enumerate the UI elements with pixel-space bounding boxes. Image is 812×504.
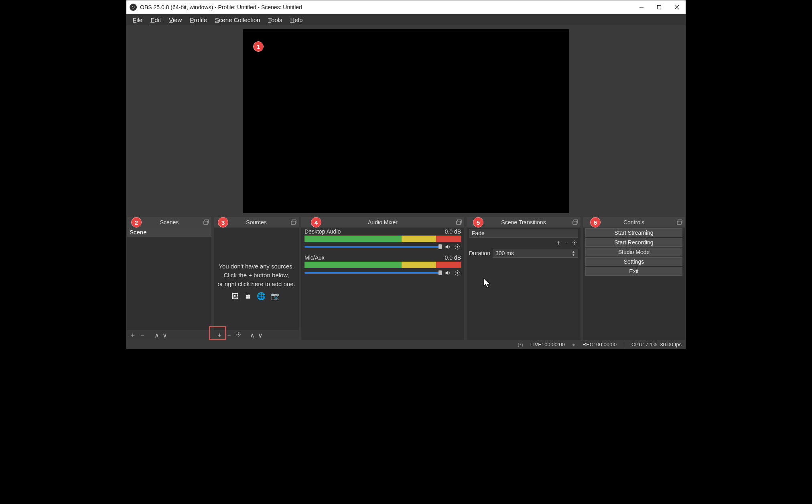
menu-view[interactable]: View: [165, 16, 186, 24]
mixer-meter: [304, 262, 461, 268]
record-dot-icon: ●: [572, 341, 575, 348]
speaker-icon[interactable]: [444, 243, 451, 250]
sources-moveup-button[interactable]: ∧: [250, 331, 255, 339]
spinner-icon[interactable]: ▲▼: [572, 250, 575, 256]
sources-toolbar: ＋ － ∧ ∨: [214, 330, 299, 340]
speaker-icon[interactable]: [444, 269, 451, 276]
status-rec: REC: 00:00:00: [583, 341, 617, 348]
svg-rect-17: [573, 221, 577, 224]
scenes-panel-title: Scenes: [160, 219, 179, 226]
sources-panel-title: Sources: [246, 219, 266, 226]
svg-point-11: [238, 333, 239, 335]
window-titlebar: OBS 25.0.8 (64-bit, windows) - Profile: …: [126, 0, 686, 14]
status-cpu: CPU: 7.1%, 30.00 fps: [631, 341, 682, 348]
scenes-moveup-button[interactable]: ∧: [154, 331, 159, 339]
sources-panel: 3 Sources You don't have any sources. Cl…: [214, 217, 299, 340]
scenes-panel: 2 Scenes Scene ＋ － ∧ ∨: [127, 217, 211, 340]
annotation-badge-5: 5: [473, 217, 483, 228]
sources-properties-button[interactable]: [235, 331, 241, 339]
transition-remove-button[interactable]: －: [563, 239, 570, 246]
broadcast-icon: (•): [518, 341, 523, 348]
menu-tools[interactable]: Tools: [264, 16, 286, 24]
svg-point-15: [457, 272, 458, 274]
svg-rect-13: [457, 221, 461, 224]
camera-icon: 📷: [271, 292, 281, 300]
globe-icon: 🌐: [257, 292, 267, 300]
transitions-panel-title: Scene Transitions: [501, 219, 546, 226]
mixer-channel-name: Mic/Aux: [304, 254, 325, 261]
image-icon: 🖼: [231, 292, 240, 300]
sources-add-button[interactable]: ＋: [216, 331, 223, 339]
sources-hint-icons: 🖼 🖥 🌐 📷: [214, 292, 299, 301]
menu-scene-collection[interactable]: Scene Collection: [211, 16, 264, 24]
cursor-icon: [483, 278, 491, 288]
window-title: OBS 25.0.8 (64-bit, windows) - Profile: …: [140, 4, 302, 10]
sources-remove-button[interactable]: －: [226, 331, 232, 339]
svg-point-2: [132, 6, 133, 7]
start-recording-button[interactable]: Start Recording: [585, 238, 682, 247]
transition-add-button[interactable]: ＋: [555, 239, 562, 246]
annotation-badge-1: 1: [253, 41, 264, 52]
annotation-badge-3: 3: [218, 217, 228, 228]
mixer-channel-db: 0.0 dB: [445, 228, 461, 235]
gear-icon[interactable]: [454, 269, 461, 276]
scenes-popout-button[interactable]: [203, 219, 210, 226]
studio-mode-button[interactable]: Studio Mode: [585, 248, 682, 256]
exit-button[interactable]: Exit: [585, 267, 682, 276]
sources-movedown-button[interactable]: ∨: [258, 331, 263, 339]
scenes-add-button[interactable]: ＋: [130, 331, 136, 339]
window-maximize-button[interactable]: [650, 0, 668, 14]
svg-point-18: [574, 242, 575, 244]
menu-file[interactable]: File: [129, 16, 146, 24]
obs-logo-icon: [130, 4, 137, 11]
audio-mixer-panel: 4 Audio Mixer Desktop Audio 0.0 dB: [301, 217, 464, 340]
mixer-panel-title: Audio Mixer: [368, 219, 398, 226]
transition-properties-button[interactable]: [571, 239, 578, 246]
scene-list-item[interactable]: Scene: [127, 228, 211, 237]
display-icon: 🖥: [244, 292, 253, 300]
sources-popout-button[interactable]: [290, 219, 297, 226]
scenes-remove-button[interactable]: －: [139, 331, 146, 339]
controls-panel: 6 Controls Start Streaming Start Recordi…: [583, 217, 685, 340]
svg-point-0: [131, 5, 136, 10]
controls-popout-button[interactable]: [676, 219, 683, 226]
mixer-channel-mic: Mic/Aux 0.0 dB: [301, 254, 464, 276]
annotation-badge-2: 2: [131, 217, 142, 228]
mixer-channel-db: 0.0 dB: [445, 254, 461, 261]
scenes-movedown-button[interactable]: ∨: [162, 331, 167, 339]
mixer-volume-slider[interactable]: [304, 246, 442, 248]
mixer-channel-desktop: Desktop Audio 0.0 dB: [301, 228, 464, 250]
menu-edit[interactable]: Edit: [146, 16, 165, 24]
status-live: LIVE: 00:00:00: [530, 341, 565, 348]
mixer-meter: [304, 236, 461, 242]
annotation-badge-6: 6: [590, 217, 601, 228]
transitions-popout-button[interactable]: [572, 219, 579, 226]
menu-help[interactable]: Help: [286, 16, 307, 24]
transition-select[interactable]: Fade: [469, 229, 578, 238]
settings-button[interactable]: Settings: [585, 257, 682, 266]
status-bar: (•) LIVE: 00:00:00 ● REC: 00:00:00 CPU: …: [126, 340, 686, 349]
transition-duration-input[interactable]: 300 ms ▲▼: [493, 249, 578, 258]
window-minimize-button[interactable]: [633, 0, 650, 14]
gear-icon[interactable]: [454, 243, 461, 250]
svg-point-14: [457, 246, 458, 248]
start-streaming-button[interactable]: Start Streaming: [585, 228, 682, 237]
mixer-volume-slider[interactable]: [304, 272, 442, 274]
menubar: File Edit View Profile Scene Collection …: [126, 14, 686, 25]
mixer-channel-name: Desktop Audio: [304, 228, 341, 235]
window-close-button[interactable]: [668, 0, 686, 14]
svg-rect-20: [677, 221, 681, 224]
controls-panel-title: Controls: [623, 219, 644, 226]
preview-canvas[interactable]: 1: [243, 29, 569, 213]
svg-rect-8: [204, 221, 208, 224]
svg-rect-10: [291, 221, 295, 224]
svg-rect-4: [658, 5, 661, 9]
transition-duration-label: Duration: [469, 250, 490, 256]
sources-empty-text: You don't have any sources. Click the + …: [214, 262, 299, 301]
mixer-popout-button[interactable]: [455, 219, 463, 226]
menu-profile[interactable]: Profile: [186, 16, 211, 24]
preview-area: 1: [126, 25, 686, 217]
scenes-toolbar: ＋ － ∧ ∨: [127, 330, 211, 340]
annotation-badge-4: 4: [311, 217, 321, 228]
